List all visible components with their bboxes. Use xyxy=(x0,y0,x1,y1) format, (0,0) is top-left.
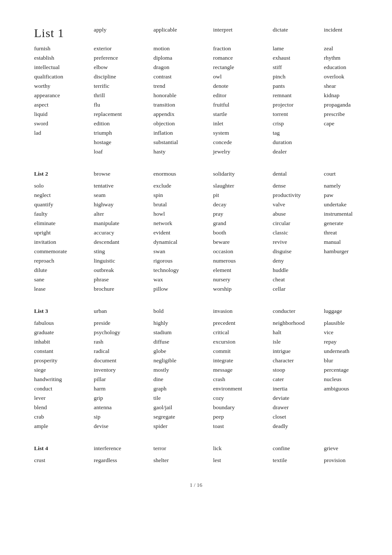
list-item: nursery xyxy=(213,275,273,284)
list-section-list2: List 2browseenormoussolidaritydentalcour… xyxy=(34,170,358,293)
list-item: pit xyxy=(213,191,273,199)
list-item: threat xyxy=(324,228,375,237)
list-item: vice xyxy=(324,328,375,337)
list-item: drawer xyxy=(273,403,324,412)
list-item: editor xyxy=(213,91,273,100)
list-item xyxy=(324,422,375,431)
list-item: seam xyxy=(94,191,153,199)
list-item: denote xyxy=(213,82,273,90)
list-item: honorable xyxy=(153,91,213,100)
list-header-list3: List 3 xyxy=(34,307,94,315)
list-item: huddle xyxy=(273,266,324,275)
list-item: excursion xyxy=(213,338,273,346)
list-item: lest xyxy=(213,456,273,465)
list-header-list2: List 2 xyxy=(34,170,94,178)
list-item: segregate xyxy=(153,413,213,421)
list-item: decay xyxy=(213,200,273,209)
list-item: plausible xyxy=(324,319,375,327)
list-item xyxy=(324,413,375,421)
list-item: cape xyxy=(324,119,375,128)
list-item: sip xyxy=(94,413,153,421)
list-item: solo xyxy=(34,182,94,190)
list-item: sword xyxy=(34,119,94,128)
list-item: intellectual xyxy=(34,63,94,72)
list-item: incident xyxy=(324,26,375,43)
list-item: propaganda xyxy=(324,101,375,109)
list-item: bold xyxy=(153,307,213,318)
word-grid-list3: List 3urbanboldinvasionconducterluggagef… xyxy=(34,307,358,431)
list-item: stadium xyxy=(153,328,213,337)
list-item: swan xyxy=(153,247,213,256)
list-item: blend xyxy=(34,403,94,412)
list-item: crisp xyxy=(273,119,324,128)
list-item: disguise xyxy=(273,247,324,256)
list-item: cozy xyxy=(213,394,273,402)
list-item: intrigue xyxy=(273,347,324,356)
list-item: spider xyxy=(153,422,213,431)
list-item: manipulate xyxy=(94,219,153,228)
list-item: cheat xyxy=(273,275,324,284)
list-item: negligible xyxy=(153,356,213,365)
list-item: stoop xyxy=(273,366,324,374)
list-item: system xyxy=(213,129,273,137)
list-item: jewelry xyxy=(213,147,273,156)
list-item: dealer xyxy=(273,147,324,156)
list-item: deviate xyxy=(273,394,324,402)
list-item: transition xyxy=(153,101,213,109)
list-item: substantial xyxy=(153,138,213,147)
list-item: message xyxy=(213,366,273,374)
list-item xyxy=(34,138,94,147)
list-item: deadly xyxy=(273,422,324,431)
list-item: cellar xyxy=(273,285,324,293)
page: List 1applyapplicableinterpretdictateinc… xyxy=(34,26,358,465)
list-header-list4: List 4 xyxy=(34,444,94,453)
list-item: ample xyxy=(34,422,94,431)
list-item xyxy=(324,394,375,402)
list-item: document xyxy=(94,356,153,365)
list-item xyxy=(324,275,375,284)
list-item: spin xyxy=(153,191,213,199)
list-item: namely xyxy=(324,182,375,190)
list-item: evident xyxy=(153,228,213,237)
list-item: productivity xyxy=(273,191,324,199)
list-item: peep xyxy=(213,413,273,421)
list-item: prosperity xyxy=(34,356,94,365)
list-item: pinch xyxy=(273,72,324,81)
list-item: blur xyxy=(324,356,375,365)
list-item: dragon xyxy=(153,63,213,72)
list-item: dictate xyxy=(273,26,324,43)
list-item: inventory xyxy=(94,366,153,374)
list-item: sting xyxy=(94,247,153,256)
list-item: neglect xyxy=(34,191,94,199)
list-item: appendix xyxy=(153,110,213,119)
list-item: stiff xyxy=(273,63,324,72)
list-item: highly xyxy=(153,319,213,327)
list-item: descendant xyxy=(94,238,153,246)
list-item: invasion xyxy=(213,307,273,318)
list-item: dynamical xyxy=(153,238,213,246)
list-item: conduct xyxy=(34,384,94,393)
list-item: rash xyxy=(94,338,153,346)
list-item: rhythm xyxy=(324,54,375,62)
list-item: shear xyxy=(324,82,375,90)
list-item: instrumental xyxy=(324,210,375,218)
list-item: overlook xyxy=(324,72,375,81)
list-item: boundary xyxy=(213,403,273,412)
list-item: zeal xyxy=(324,44,375,53)
list-item: brutal xyxy=(153,200,213,209)
list-item: siege xyxy=(34,366,94,374)
list-item: isle xyxy=(273,338,324,346)
list-item: lever xyxy=(34,394,94,402)
list-item: fruitful xyxy=(213,101,273,109)
list-item: discipline xyxy=(94,72,153,81)
list-item: pillow xyxy=(153,285,213,293)
list-item: repay xyxy=(324,338,375,346)
list-item: rigorous xyxy=(153,257,213,265)
list-item: crab xyxy=(34,413,94,421)
list-item: accuracy xyxy=(94,228,153,237)
list-item: rectangle xyxy=(213,63,273,72)
list-item: character xyxy=(273,356,324,365)
list-item: pillar xyxy=(94,375,153,384)
list-item: undertake xyxy=(324,200,375,209)
list-item: terrific xyxy=(94,82,153,90)
